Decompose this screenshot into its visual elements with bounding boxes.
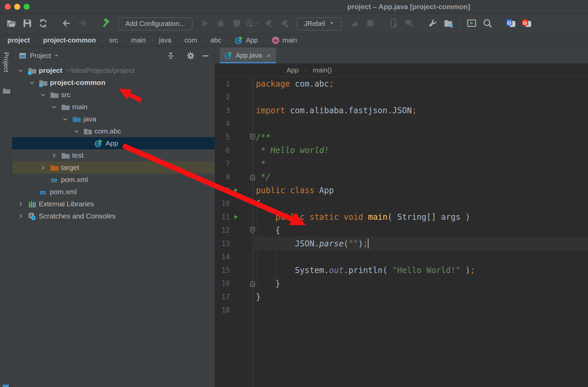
close-icon[interactable] (266, 53, 272, 59)
editor-breadcrumb-main[interactable]: main() (313, 66, 332, 74)
settings-wrench-button[interactable] (425, 17, 440, 31)
rocket-debug-button[interactable] (277, 17, 292, 31)
tree-row-scratches-and-consoles[interactable]: Scratches and Consoles (12, 210, 215, 222)
breadcrumb-item-project-common[interactable]: project-common (43, 36, 96, 44)
close-window-button[interactable] (5, 4, 11, 10)
download-dependencies-button[interactable] (402, 17, 417, 31)
tree-row-pom-xml[interactable]: mpom.xml (12, 186, 215, 198)
editor-area[interactable]: App.java Appmain() 1package com.abc;23im… (215, 48, 588, 387)
save-all-button[interactable] (20, 17, 35, 31)
debug-button[interactable] (213, 17, 228, 31)
chevron-right-icon[interactable] (16, 199, 25, 209)
translate-blue-icon: G (506, 18, 516, 30)
code-editor[interactable]: 1package com.abc;23import com.alibaba.fa… (215, 77, 588, 387)
profiler-button[interactable] (245, 17, 260, 31)
code-text: /** (256, 132, 270, 142)
run-button[interactable] (198, 17, 212, 31)
chevron-down-icon[interactable] (60, 114, 70, 124)
breadcrumb-item-com[interactable]: com (184, 36, 197, 44)
folder-pkg-icon (83, 127, 92, 136)
collapse-all-button[interactable] (164, 50, 177, 62)
code-text: package com.abc; (256, 79, 334, 89)
jrebel-button[interactable]: JRebel (297, 18, 342, 30)
jrebel-rabbit-button[interactable] (347, 17, 362, 31)
tree-row-project[interactable]: project~/IdeaProjects/project (12, 64, 215, 77)
hide-minus-button[interactable] (199, 50, 212, 62)
breadcrumb-item-abc[interactable]: abc (210, 36, 221, 44)
stop-button[interactable] (363, 17, 378, 31)
folder-icon[interactable] (2, 87, 10, 95)
chevron-down-icon[interactable] (71, 126, 81, 136)
gear-button[interactable] (184, 50, 197, 62)
run-anything-icon (467, 18, 477, 30)
breadcrumb-separator-icon (150, 38, 155, 43)
editor-breadcrumb-app[interactable]: App (287, 66, 299, 74)
rocket-run-button[interactable] (261, 17, 276, 31)
breadcrumb-item-main[interactable]: main (131, 36, 146, 44)
code-line-15: 15 System.out.println( "Hello World!" ); (215, 264, 588, 277)
chevron-down-icon[interactable] (27, 78, 36, 87)
fold-marker-icon[interactable] (249, 226, 256, 235)
tree-row-src[interactable]: src (12, 89, 215, 101)
fold-marker-icon[interactable] (249, 133, 256, 141)
tree-row-app[interactable]: App (12, 137, 215, 149)
run-anything-button[interactable] (464, 17, 479, 31)
back-button[interactable] (59, 17, 74, 31)
tree-row-pom-xml[interactable]: mpom.xml (12, 174, 215, 186)
jrebel-rabbit-icon (349, 18, 359, 30)
project-panel-title[interactable]: Project (30, 52, 51, 60)
tree-row-test[interactable]: test (12, 149, 215, 161)
chevron-right-icon[interactable] (49, 151, 59, 160)
tree-row-java[interactable]: java (12, 113, 215, 125)
tab-app-java[interactable]: App.java (220, 48, 276, 63)
breadcrumb-item-project[interactable]: project (7, 36, 30, 44)
search-everywhere-button[interactable] (480, 17, 495, 31)
breadcrumb-label: com (184, 36, 197, 44)
breadcrumb-item-java[interactable]: java (159, 36, 171, 44)
build-hammer-button[interactable] (98, 17, 113, 31)
chevron-down-icon[interactable] (38, 90, 48, 99)
chevron-spacer (38, 175, 48, 184)
line-number: 7 (215, 160, 230, 168)
tree-row-com-abc[interactable]: com.abc (12, 125, 215, 137)
fold-marker-icon[interactable] (249, 279, 256, 288)
chevron-right-icon[interactable] (16, 211, 25, 221)
locate-crosshair-button[interactable] (149, 50, 163, 62)
title-bar: project – App.java [project-common] (0, 0, 588, 13)
tree-row-main[interactable]: main (12, 101, 215, 113)
tree-row-project-common[interactable]: project-common (12, 77, 215, 89)
attach-debugger-button[interactable] (386, 17, 401, 31)
chevron-down-icon[interactable] (49, 102, 59, 112)
translate-red-button[interactable]: G (519, 17, 534, 31)
sync-button[interactable] (36, 17, 51, 31)
run-gutter-icon[interactable] (230, 187, 241, 193)
tree-row-external-libraries[interactable]: External Libraries (12, 198, 215, 210)
stripe-tab-project[interactable]: Project (0, 52, 12, 72)
breadcrumb-item-main[interactable]: mmain (271, 36, 297, 45)
run-with-coverage-button[interactable] (229, 17, 244, 31)
forward-button[interactable] (75, 17, 90, 31)
code-text: * Hello world! (256, 146, 329, 155)
code-line-14: 14 (215, 250, 588, 264)
tree-item-label: test (72, 151, 84, 159)
project-structure-button[interactable] (441, 17, 456, 31)
add-configuration-button[interactable]: Add Configuration... (118, 18, 193, 30)
fold-marker-icon[interactable] (249, 173, 256, 181)
code-text: public class App (256, 186, 334, 195)
chevron-down-icon[interactable] (54, 53, 59, 58)
minimize-window-button[interactable] (14, 4, 20, 10)
line-number: 3 (215, 107, 230, 115)
zoom-window-button[interactable] (24, 4, 30, 10)
toolbar-divider (94, 19, 94, 29)
run-gutter-icon[interactable] (230, 214, 241, 220)
chevron-right-icon[interactable] (38, 163, 48, 172)
breadcrumb-separator-icon (225, 38, 230, 43)
chevron-down-icon[interactable] (16, 66, 25, 75)
code-text: } (256, 279, 280, 288)
code-text: { (256, 226, 280, 235)
breadcrumb-item-App[interactable]: App (234, 36, 258, 45)
open-folder-button[interactable] (4, 17, 19, 31)
translate-blue-button[interactable]: G (503, 17, 518, 31)
breadcrumb-item-src[interactable]: src (109, 36, 118, 44)
tree-row-target[interactable]: target (12, 161, 215, 174)
